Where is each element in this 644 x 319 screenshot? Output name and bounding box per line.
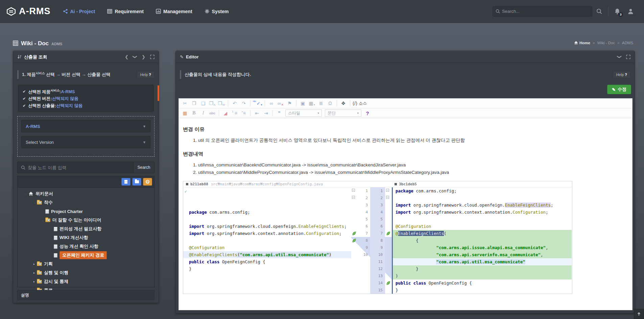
selected-item-value[interactable]: A-RMS [61, 89, 75, 94]
cut-icon[interactable]: ✂ [181, 99, 189, 107]
tree-node[interactable]: 편의성 개선 필요사항 [18, 224, 154, 233]
fold-icon[interactable] [386, 196, 389, 199]
tree-expander-closed[interactable]: ▸ [32, 262, 36, 266]
blockquote-icon[interactable]: ❞ [275, 109, 283, 117]
tree-expander-open[interactable]: ◢ [24, 192, 28, 195]
code-line: public class OpenFeignConfig { [183, 258, 351, 265]
special-char-icon[interactable]: Ω [326, 99, 334, 107]
search-input[interactable] [502, 9, 589, 14]
copy-icon[interactable]: ❐ [190, 99, 198, 107]
format-select[interactable]: 문단▾ [325, 109, 361, 117]
tree-node[interactable]: ◢위키문서 [18, 189, 154, 198]
fold-icon[interactable] [352, 189, 355, 192]
undo-icon[interactable]: ↶ [231, 99, 239, 107]
redo-icon[interactable]: ↷ [240, 99, 248, 107]
tree-node-label: 실행 및 이행 [44, 270, 68, 276]
tree-node[interactable]: WIKI 개선사항 [18, 233, 154, 242]
tree-expander-open[interactable]: ◢ [32, 201, 36, 204]
fold-icon[interactable] [386, 189, 389, 192]
search-submit-icon[interactable] [596, 8, 602, 14]
navbar-divider [608, 6, 609, 17]
panel-expand-icon[interactable] [150, 55, 154, 59]
breadcrumb-home[interactable]: Home [574, 41, 590, 45]
selected-item-row: ✔선택된 제품서비스 : A-RMS [23, 88, 149, 95]
spellcheck-icon[interactable]: ᴬᴮᶜ✓▾ [253, 99, 262, 107]
remove-format-icon[interactable]: ◢ [221, 109, 230, 117]
select-label: 문단 [328, 110, 336, 116]
nav-item-system[interactable]: System [200, 5, 234, 18]
paste-icon[interactable]: ❑ [199, 99, 207, 107]
paste-text-icon[interactable]: ❒A [208, 99, 216, 107]
tree-expander-closed[interactable]: ▸ [32, 271, 36, 274]
bold-icon[interactable]: B [190, 109, 198, 117]
content-heading: 변경 이유 [183, 126, 625, 133]
tree-node[interactable]: 성능 개선 확인 사항 [18, 242, 154, 251]
add-document-button[interactable] [121, 178, 130, 186]
leaf-icon [352, 238, 356, 243]
image-icon[interactable]: ▣ [299, 99, 307, 107]
fold-icon[interactable] [352, 196, 355, 199]
doc-icon [54, 253, 57, 258]
diff-right-pane[interactable]: package com.arms.config; import org.spri… [392, 187, 572, 294]
tree-node[interactable]: ▸실행 및 이행 [18, 268, 154, 277]
help-button[interactable]: Help? [137, 71, 154, 78]
bullet-list-icon[interactable]: •≡ [240, 109, 248, 117]
code-line [393, 216, 572, 223]
tree-node[interactable]: 오픈페인 패키지 경로 [18, 251, 154, 260]
node-search-input[interactable] [28, 165, 130, 170]
selected-item-label: 선택된 제품서비스 [28, 88, 59, 95]
notifications-button[interactable]: 3 [614, 8, 621, 15]
source-icon[interactable]: ⟨/⟩소스 [353, 99, 367, 107]
app-logo[interactable]: A-RMS [0, 6, 58, 17]
panel-expand-icon[interactable] [626, 55, 630, 59]
toolbar-separator [219, 110, 219, 116]
global-search [493, 6, 592, 17]
editor-content[interactable]: 변경 이유 1. util 의 오픈페인 클라이언트가 공통적인 서비스 영역으… [179, 118, 632, 294]
breadcrumb-item[interactable]: Wiki - Doc [597, 41, 615, 45]
maximize-icon[interactable]: ✥ [339, 99, 348, 107]
help-button[interactable]: Help? [613, 71, 630, 78]
link-icon[interactable]: ∞ [267, 99, 276, 107]
nav-item-management[interactable]: Management [151, 5, 197, 18]
panel-collapse-icon[interactable]: ❯ [133, 55, 137, 59]
panel-prev-icon[interactable]: ❮ [125, 55, 128, 59]
add-folder-button[interactable] [132, 178, 141, 186]
edit-button[interactable]: ✎ 수정 [607, 85, 631, 94]
tree-node[interactable]: ◢더 잘할 수 있는 아이디어 [18, 216, 154, 224]
nav-item-requirement[interactable]: Requirement [102, 5, 148, 18]
tree-node[interactable]: ▸기획 [18, 260, 154, 268]
version-select[interactable]: Select Version ▼ [21, 136, 150, 148]
diff-left-pane[interactable]: ✓ package com.arms.config; import org.sp… [183, 187, 351, 294]
italic-icon[interactable]: I [199, 109, 207, 117]
tree-node[interactable]: Project Charter [18, 207, 154, 216]
tree-expander-open[interactable]: ◢ [41, 218, 45, 222]
strike-icon[interactable]: abc [208, 109, 216, 117]
tree-node[interactable]: ▸감시 및 통제 [18, 277, 154, 286]
panel-next-icon[interactable]: ❯ [142, 55, 145, 59]
about-icon[interactable]: ? [363, 109, 372, 117]
selected-item-value[interactable]: 선택되지 않음 [56, 103, 82, 109]
user-menu-button[interactable] [627, 8, 634, 15]
style-select[interactable]: 스타일▾ [285, 109, 322, 117]
leaf-icon [386, 281, 390, 285]
remove-node-button[interactable] [143, 178, 152, 186]
description-section-bar[interactable]: 설명 [17, 290, 154, 300]
nav-item-ai-project[interactable]: Ai - Project [58, 5, 100, 18]
doc-icon [54, 227, 57, 231]
scroll-to-top-button[interactable] [634, 309, 644, 319]
numbered-list-icon[interactable]: 1.≡ [231, 109, 239, 117]
table-icon[interactable]: ▦▾ [308, 99, 316, 107]
tree-node[interactable]: ◢착수 [18, 198, 154, 207]
tree-expander-closed[interactable]: ▸ [32, 280, 36, 283]
paste-word-icon[interactable]: ❒W [217, 99, 225, 107]
panel-collapse-icon[interactable]: ❯ [617, 55, 622, 59]
unlink-icon[interactable]: ∞✕ [277, 99, 285, 107]
templates-icon[interactable]: ▦ [181, 109, 189, 117]
node-search-button[interactable]: Search [134, 162, 154, 173]
horizontal-line-icon[interactable]: ≣ [317, 99, 325, 107]
outdent-icon[interactable]: ⇤ [253, 109, 261, 117]
indent-icon[interactable]: ⇥ [262, 109, 270, 117]
anchor-flag-icon[interactable]: ⚑ [286, 99, 294, 107]
selected-item-value[interactable]: 선택되지 않음 [52, 96, 78, 102]
product-select[interactable]: A-RMS ▼ [21, 120, 150, 132]
